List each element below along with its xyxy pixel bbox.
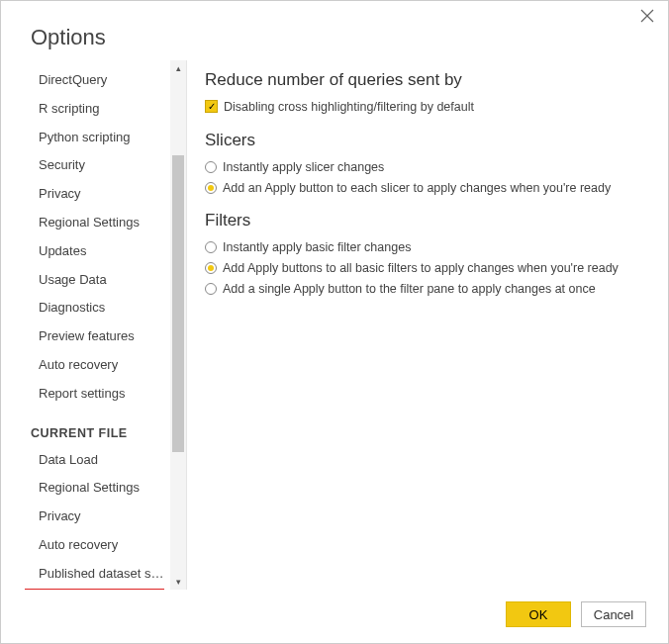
close-button[interactable] — [640, 9, 656, 25]
radio-filter-single-apply-label: Add a single Apply button to the filter … — [223, 280, 596, 299]
section-slicers-title: Slicers — [205, 131, 644, 150]
radio-filter-instant[interactable] — [205, 241, 217, 253]
sidebar-item-security[interactable]: Security — [25, 151, 170, 180]
radio-slicer-apply-button[interactable] — [205, 182, 217, 194]
sidebar-item-diagnostics[interactable]: Diagnostics — [25, 294, 170, 322]
sidebar-item-regional-settings[interactable]: Regional Settings — [25, 209, 170, 237]
sidebar-item-cf-regional-settings[interactable]: Regional Settings — [25, 474, 170, 503]
sidebar-item-data-load[interactable]: Data Load — [25, 446, 170, 475]
radio-slicer-instant[interactable] — [205, 161, 217, 173]
sidebar-item-auto-recovery[interactable]: Auto recovery — [25, 351, 170, 380]
scroll-track[interactable] — [170, 76, 186, 574]
radio-filter-apply-each-label: Add Apply buttons to all basic filters t… — [223, 259, 619, 278]
content-pane: Reduce number of queries sent by Disabli… — [205, 60, 644, 590]
sidebar-item-updates[interactable]: Updates — [25, 237, 170, 266]
cancel-button[interactable]: Cancel — [581, 601, 646, 627]
section-filters-title: Filters — [205, 211, 644, 230]
radio-filter-single-apply[interactable] — [205, 283, 217, 295]
sidebar-item-report-settings[interactable]: Report settings — [25, 380, 170, 409]
sidebar-item-cf-auto-recovery[interactable]: Auto recovery — [25, 531, 170, 560]
sidebar-item-directquery[interactable]: DirectQuery — [25, 66, 170, 95]
sidebar-section-current-file: CURRENT FILE — [25, 409, 170, 446]
sidebar-scrollbar[interactable]: ▴ ▾ — [170, 60, 186, 590]
radio-slicer-instant-label: Instantly apply slicer changes — [223, 158, 384, 177]
radio-filter-apply-each[interactable] — [205, 262, 217, 274]
sidebar-item-published-dataset-settings[interactable]: Published dataset set... — [25, 560, 170, 589]
checkbox-disable-cross-highlight[interactable] — [205, 100, 218, 113]
sidebar-item-python-scripting[interactable]: Python scripting — [25, 124, 170, 152]
dialog-footer: OK Cancel — [1, 590, 668, 643]
scroll-down-arrow-icon[interactable]: ▾ — [170, 574, 186, 590]
scroll-thumb[interactable] — [172, 155, 184, 452]
sidebar-item-cf-privacy[interactable]: Privacy — [25, 503, 170, 531]
sidebar-item-usage-data[interactable]: Usage Data — [25, 266, 170, 295]
section-reduce-queries-title: Reduce number of queries sent by — [205, 70, 644, 90]
radio-slicer-apply-button-label: Add an Apply button to each slicer to ap… — [223, 179, 611, 198]
ok-button[interactable]: OK — [506, 601, 571, 627]
options-dialog: Options DirectQuery R scripting Python s… — [0, 0, 669, 644]
sidebar-item-privacy[interactable]: Privacy — [25, 180, 170, 209]
sidebar-item-r-scripting[interactable]: R scripting — [25, 95, 170, 124]
scroll-up-arrow-icon[interactable]: ▴ — [170, 60, 186, 76]
radio-filter-instant-label: Instantly apply basic filter changes — [223, 238, 411, 257]
sidebar-item-preview-features[interactable]: Preview features — [25, 322, 170, 351]
checkbox-disable-cross-highlight-label: Disabling cross highlighting/filtering b… — [224, 98, 474, 117]
sidebar-nav: DirectQuery R scripting Python scripting… — [25, 60, 170, 590]
dialog-title: Options — [1, 1, 668, 60]
sidebar-item-query-reduction[interactable]: Query reduction — [25, 589, 164, 590]
